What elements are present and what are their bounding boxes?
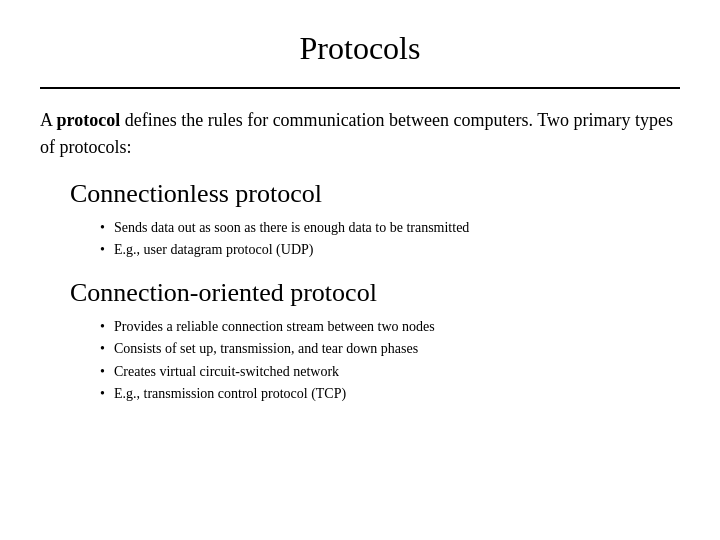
title-divider xyxy=(40,87,680,89)
intro-paragraph: A protocol defines the rules for communi… xyxy=(40,107,680,161)
slide-title: Protocols xyxy=(40,30,680,77)
slide: Protocols A protocol defines the rules f… xyxy=(0,0,720,540)
protocol-bold: protocol xyxy=(57,110,121,130)
list-item: E.g., user datagram protocol (UDP) xyxy=(100,239,680,261)
list-item: Sends data out as soon as there is enoug… xyxy=(100,217,680,239)
list-item: Provides a reliable connection stream be… xyxy=(100,316,680,338)
connectionless-heading: Connectionless protocol xyxy=(70,179,680,209)
list-item: Creates virtual circuit-switched network xyxy=(100,361,680,383)
intro-text-after: defines the rules for communication betw… xyxy=(40,110,673,157)
connection-oriented-heading: Connection-oriented protocol xyxy=(70,278,680,308)
connection-oriented-bullets: Provides a reliable connection stream be… xyxy=(100,316,680,406)
section-connection-oriented: Connection-oriented protocol Provides a … xyxy=(40,278,680,422)
list-item: E.g., transmission control protocol (TCP… xyxy=(100,383,680,405)
connectionless-bullets: Sends data out as soon as there is enoug… xyxy=(100,217,680,262)
list-item: Consists of set up, transmission, and te… xyxy=(100,338,680,360)
section-connectionless: Connectionless protocol Sends data out a… xyxy=(40,179,680,278)
